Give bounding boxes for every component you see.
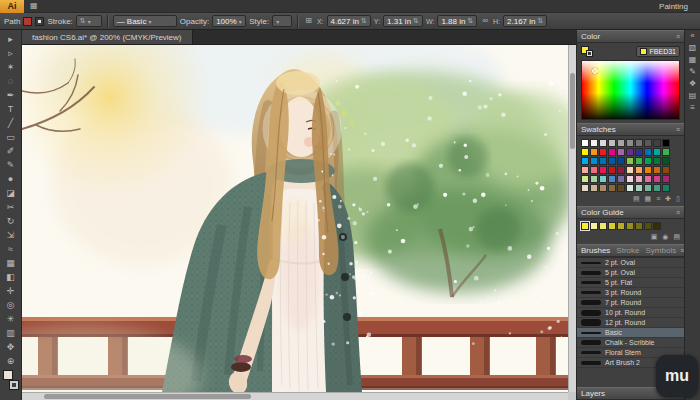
swatches-panel-header[interactable]: Swatches ≡	[577, 123, 684, 136]
selection-tool-icon[interactable]: ▸	[1, 32, 21, 46]
color-guide-swatch[interactable]	[608, 222, 616, 230]
swatch[interactable]	[635, 148, 643, 156]
swatch[interactable]	[581, 166, 589, 174]
gradient-tool-icon[interactable]: ◧	[1, 270, 21, 284]
swatch[interactable]	[635, 175, 643, 183]
swatch-kinds-icon[interactable]: ▦	[645, 195, 652, 203]
paintbrush-tool-icon[interactable]: ✐	[1, 144, 21, 158]
swatch[interactable]	[644, 184, 652, 192]
limit-colors-icon[interactable]: ▣	[651, 233, 658, 241]
swatch[interactable]	[644, 148, 652, 156]
new-swatch-icon[interactable]: ✚	[665, 195, 671, 203]
document-tab[interactable]: fashion CS6.ai* @ 200% (CMYK/Preview)	[22, 30, 193, 44]
swatch[interactable]	[626, 157, 634, 165]
swatch[interactable]	[626, 166, 634, 174]
bridge-icon[interactable]: ▦	[28, 2, 40, 10]
swatch[interactable]	[599, 175, 607, 183]
swatch[interactable]	[581, 184, 589, 192]
line-tool-icon[interactable]: ╱	[1, 116, 21, 130]
swatch[interactable]	[599, 157, 607, 165]
tab-symbols[interactable]: Symbols	[645, 246, 676, 255]
horizontal-scrollbar-thumb[interactable]	[44, 394, 251, 399]
swatch[interactable]	[608, 175, 616, 183]
scale-tool-icon[interactable]: ⇲	[1, 228, 21, 242]
color-panel-header[interactable]: Color ≡	[577, 30, 684, 43]
swatch[interactable]	[626, 139, 634, 147]
eraser-tool-icon[interactable]: ◪	[1, 186, 21, 200]
swatch-libraries-icon[interactable]: ▤	[633, 195, 640, 203]
brush-item[interactable]: 12 pt. Round	[577, 318, 684, 328]
swatch[interactable]	[581, 148, 589, 156]
swatch[interactable]	[662, 139, 670, 147]
magic-wand-tool-icon[interactable]: ✶	[1, 60, 21, 74]
brush-item[interactable]: 7 pt. Round	[577, 298, 684, 308]
graph-tool-icon[interactable]: ▥	[1, 326, 21, 340]
swatch[interactable]	[590, 175, 598, 183]
blob-brush-tool-icon[interactable]: ●	[1, 172, 21, 186]
color-guide-swatch[interactable]	[599, 222, 607, 230]
swatch[interactable]	[581, 175, 589, 183]
swatch[interactable]	[653, 148, 661, 156]
color-guide-swatch[interactable]	[581, 222, 589, 230]
lasso-tool-icon[interactable]: ◌	[1, 74, 21, 88]
scissors-tool-icon[interactable]: ✂	[1, 200, 21, 214]
zoom-tool-icon[interactable]: ⊕	[1, 354, 21, 368]
navigator-panel-icon[interactable]: ≡	[690, 104, 695, 112]
brushes-panel-icon[interactable]: ✎	[689, 68, 696, 76]
swatch[interactable]	[617, 157, 625, 165]
swatch[interactable]	[599, 139, 607, 147]
swatch[interactable]	[653, 175, 661, 183]
expand-panels-icon[interactable]: «	[690, 32, 694, 40]
swatch[interactable]	[653, 184, 661, 192]
panel-menu-icon[interactable]: ≡	[676, 33, 680, 40]
swatch[interactable]	[644, 166, 652, 174]
swatch[interactable]	[662, 148, 670, 156]
swatch[interactable]	[626, 184, 634, 192]
width-tool-icon[interactable]: ≈	[1, 242, 21, 256]
tab-brushes[interactable]: Brushes	[581, 246, 610, 255]
swatch[interactable]	[635, 166, 643, 174]
brush-item[interactable]: 2 pt. Oval	[577, 258, 684, 268]
swatch[interactable]	[608, 157, 616, 165]
swatch[interactable]	[653, 166, 661, 174]
workspace-switcher[interactable]: Painting	[659, 2, 694, 11]
y-field[interactable]: 1.31 in ⇅	[383, 15, 423, 27]
hand-tool-icon[interactable]: ✥	[1, 340, 21, 354]
swatch[interactable]	[590, 148, 598, 156]
pen-tool-icon[interactable]: ✒	[1, 88, 21, 102]
reference-point-icon[interactable]: ⊞	[303, 17, 314, 25]
opacity-field[interactable]: 100% ▾	[212, 15, 246, 27]
color-guide-swatch[interactable]	[590, 222, 598, 230]
swatch[interactable]	[635, 139, 643, 147]
tab-stroke[interactable]: Stroke	[616, 246, 639, 255]
brush-item[interactable]: 10 pt. Round	[577, 308, 684, 318]
x-field[interactable]: 4.627 in ⇅	[327, 15, 371, 27]
symbol-sprayer-tool-icon[interactable]: ✳	[1, 312, 21, 326]
stroke-weight-field[interactable]: ⇅ ▾	[76, 15, 102, 27]
style-dropdown[interactable]: ▾	[272, 15, 292, 27]
swatch[interactable]	[653, 139, 661, 147]
symbols-panel-icon[interactable]: ❖	[689, 80, 696, 88]
swatch[interactable]	[653, 157, 661, 165]
mesh-tool-icon[interactable]: ▦	[1, 256, 21, 270]
canvas[interactable]	[22, 45, 576, 400]
swatch[interactable]	[608, 139, 616, 147]
swatch[interactable]	[590, 139, 598, 147]
swatch[interactable]	[635, 157, 643, 165]
swatch[interactable]	[599, 166, 607, 174]
color-guide-swatch[interactable]	[644, 222, 652, 230]
color-spectrum[interactable]	[581, 60, 680, 120]
vertical-scrollbar-thumb[interactable]	[570, 73, 575, 149]
w-field[interactable]: 1.88 in ⇅	[437, 15, 477, 27]
swatch[interactable]	[662, 184, 670, 192]
swatches-panel-icon[interactable]: ▦	[689, 56, 697, 64]
stroke-swatch[interactable]	[35, 17, 44, 26]
color-guide-swatch[interactable]	[635, 222, 643, 230]
eyedropper-tool-icon[interactable]: ✛	[1, 284, 21, 298]
edit-colors-icon[interactable]: ◉	[662, 233, 668, 241]
brush-item[interactable]: 5 pt. Flat	[577, 278, 684, 288]
swatch[interactable]	[581, 157, 589, 165]
pencil-tool-icon[interactable]: ✎	[1, 158, 21, 172]
layers-panel-icon[interactable]: ▤	[689, 92, 697, 100]
swatch[interactable]	[590, 157, 598, 165]
